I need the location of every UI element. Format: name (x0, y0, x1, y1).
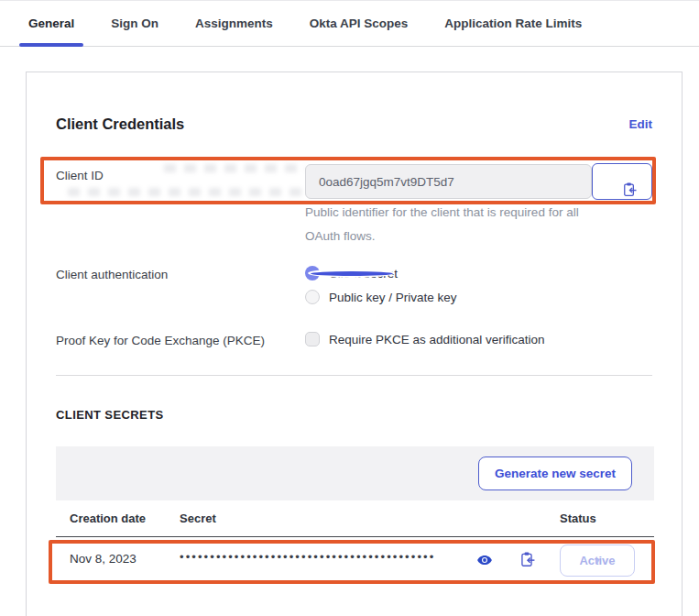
pkce-label: Proof Key for Code Exchange (PKCE) (56, 334, 265, 347)
column-header-creation-date: Creation date (70, 512, 146, 525)
okta-app-settings-page: General Sign On Assignments Okta API Sco… (0, 0, 699, 616)
radio-public-private-key-label: Public key / Private key (329, 291, 457, 304)
pkce-option: Require PKCE as additional verification (305, 332, 545, 346)
tab-okta-api-scopes[interactable]: Okta API Scopes (307, 1, 411, 46)
tab-general[interactable]: General (26, 1, 77, 46)
client-secrets-toolbar: Generate new secret (56, 446, 654, 500)
reveal-secret-button[interactable] (476, 552, 493, 568)
copy-client-id-button[interactable] (592, 163, 652, 200)
chevron-down-icon: ▾ (595, 556, 599, 566)
column-header-status: Status (560, 512, 596, 525)
radio-client-secret[interactable] (305, 266, 320, 280)
redaction-blur-artifact (109, 162, 306, 201)
tab-assignments[interactable]: Assignments (192, 1, 276, 46)
edit-link[interactable]: Edit (629, 117, 653, 131)
client-id-label: Client ID (56, 169, 104, 182)
pkce-checkbox[interactable] (305, 332, 320, 346)
column-header-secret: Secret (180, 512, 216, 525)
radio-option-public-private-key: Public key / Private key (305, 290, 457, 304)
table-row: Nov 8, 2023 ••••••••••••••••••••••••••••… (56, 537, 654, 583)
client-secrets-title: CLIENT SECRETS (56, 408, 164, 422)
tab-application-rate-limits[interactable]: Application Rate Limits (442, 1, 584, 46)
client-credentials-card: Client Credentials Edit Client ID 0oad67… (26, 72, 683, 616)
secret-creation-date: Nov 8, 2023 (70, 552, 137, 566)
client-authentication-label: Client authentication (56, 268, 168, 281)
generate-new-secret-button[interactable]: Generate new secret (478, 456, 632, 490)
client-id-field[interactable]: 0oad67jgq5m7vt9DT5d7 (305, 164, 592, 199)
app-tab-bar: General Sign On Assignments Okta API Sco… (0, 1, 699, 47)
client-id-help-text: Public identifier for the client that is… (305, 201, 609, 248)
copy-secret-button[interactable] (519, 551, 536, 567)
status-dropdown-button[interactable]: Active ▾ (560, 544, 635, 577)
tab-sign-on[interactable]: Sign On (108, 1, 161, 46)
radio-public-private-key[interactable] (305, 290, 320, 304)
pkce-option-label: Require PKCE as additional verification (329, 333, 545, 346)
masked-secret-value: ••••••••••••••••••••••••••••••••••••••••… (180, 550, 471, 564)
radio-option-client-secret: Client secret (305, 266, 398, 280)
secrets-table-header: Creation date Secret Status (56, 500, 654, 537)
client-credentials-title: Client Credentials (56, 116, 184, 133)
section-divider (56, 375, 652, 376)
